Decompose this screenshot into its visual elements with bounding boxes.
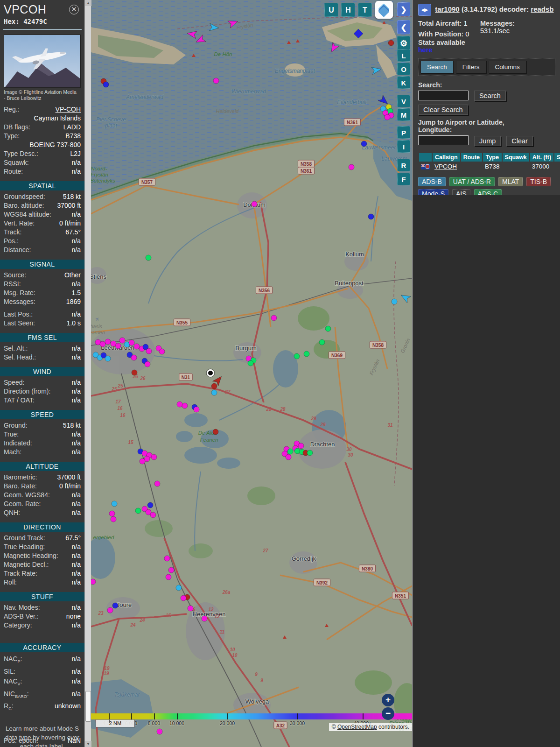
aircraft-marker[interactable] — [168, 567, 174, 573]
aircraft-marker[interactable] — [107, 607, 113, 613]
tar1090-link[interactable]: tar1090 — [435, 5, 460, 13]
map-button-l[interactable]: L — [397, 49, 410, 62]
scrollbar-thumb[interactable] — [85, 691, 91, 722]
aircraft-marker[interactable] — [129, 340, 134, 345]
callsign-link[interactable]: VPCOH — [433, 162, 460, 171]
column-header[interactable]: Squawk — [503, 153, 529, 162]
filter-badge-ads-b[interactable]: ADS-B — [418, 177, 446, 186]
aircraft-marker[interactable] — [202, 616, 207, 621]
layers-button[interactable] — [375, 1, 393, 19]
aircraft-marker[interactable] — [135, 508, 141, 514]
tab-columns[interactable]: Columns — [489, 61, 526, 73]
aircraft-marker[interactable] — [325, 326, 331, 331]
aircraft-marker[interactable] — [392, 299, 397, 304]
aircraft-marker[interactable] — [151, 454, 157, 460]
aircraft-marker[interactable] — [157, 729, 162, 734]
jump-input[interactable] — [418, 135, 469, 145]
map-button-f[interactable]: F — [397, 173, 410, 185]
jump-button[interactable]: Jump — [474, 136, 501, 146]
aircraft-marker[interactable] — [164, 556, 170, 561]
map-button-h[interactable]: H — [341, 3, 355, 17]
map-button-k[interactable]: K — [397, 76, 410, 89]
filter-badge-mlat[interactable]: MLAT — [498, 177, 523, 186]
aircraft-marker[interactable] — [134, 344, 140, 349]
aircraft-marker[interactable] — [131, 355, 137, 360]
aircraft-marker[interactable] — [146, 348, 152, 354]
aircraft-marker[interactable] — [115, 343, 121, 349]
stats-here-link[interactable]: here — [418, 46, 433, 54]
map-button-u[interactable]: U — [324, 3, 338, 17]
aircraft-marker[interactable] — [294, 353, 300, 359]
aircraft-marker[interactable] — [211, 390, 217, 395]
aircraft-marker[interactable] — [159, 349, 165, 354]
aircraft-marker[interactable] — [213, 78, 219, 84]
aircraft-marker[interactable] — [211, 383, 217, 389]
aircraft-marker[interactable] — [166, 574, 171, 580]
aircraft-marker[interactable] — [319, 339, 325, 345]
selected-aircraft-marker[interactable] — [208, 370, 214, 376]
aircraft-marker[interactable] — [105, 356, 111, 361]
map-button-m[interactable]: M — [397, 108, 410, 121]
aircraft-marker[interactable] — [177, 402, 182, 407]
column-header[interactable]: Spd. — [554, 153, 560, 162]
tab-search[interactable]: Search — [420, 61, 454, 73]
readsb-link[interactable]: readsb — [531, 5, 553, 13]
aircraft-marker[interactable] — [154, 481, 160, 486]
aircraft-marker[interactable] — [105, 339, 111, 345]
aircraft-marker[interactable] — [109, 511, 115, 516]
column-header[interactable]: Type — [483, 153, 502, 162]
aircraft-marker[interactable] — [349, 164, 354, 170]
map-button-r[interactable]: R — [397, 159, 410, 171]
aircraft-marker[interactable] — [213, 429, 218, 435]
jump-clear-button[interactable]: Clear — [506, 136, 533, 146]
settings-gear-button[interactable]: ⚙ — [397, 36, 410, 50]
column-header[interactable] — [419, 153, 432, 162]
aircraft-marker[interactable] — [147, 502, 153, 508]
map-button-o[interactable]: O — [397, 63, 410, 75]
aircraft-marker[interactable] — [112, 603, 118, 608]
aircraft-marker[interactable] — [248, 360, 253, 366]
aircraft-marker[interactable] — [132, 370, 137, 375]
aircraft-marker[interactable] — [304, 351, 309, 357]
map-button-p[interactable]: P — [397, 126, 410, 139]
aircraft-marker[interactable] — [307, 450, 313, 456]
aircraft-marker[interactable] — [146, 255, 151, 261]
search-input[interactable] — [418, 91, 469, 100]
aircraft-marker[interactable] — [188, 606, 193, 611]
aircraft-marker[interactable] — [388, 40, 394, 46]
aircraft-marker[interactable] — [91, 579, 96, 585]
aircraft-marker[interactable] — [271, 315, 277, 321]
map-canvas[interactable]: ✈ DokkumKollumBuitenpostStiensLeeuwarden… — [91, 0, 412, 747]
expand-panel-button[interactable]: ❯ — [397, 2, 410, 16]
aircraft-marker[interactable] — [182, 403, 188, 409]
column-header[interactable]: Callsign — [433, 153, 460, 162]
panel-nav-toggle-button[interactable]: ◀▶ — [418, 4, 431, 16]
search-button[interactable]: Search — [474, 91, 506, 101]
tab-filters[interactable]: Filters — [456, 61, 486, 73]
table-row[interactable]: VPCOHB73837000 — [419, 162, 560, 171]
zoom-in-button[interactable]: + — [382, 694, 394, 706]
map-button-t[interactable]: T — [358, 3, 372, 17]
aircraft-marker[interactable] — [194, 407, 199, 412]
aircraft-marker[interactable] — [150, 512, 156, 518]
aircraft-marker[interactable] — [100, 341, 105, 347]
aircraft-marker[interactable] — [298, 443, 304, 449]
aircraft-marker[interactable] — [385, 114, 390, 120]
scroll-up-icon[interactable]: ▲ — [85, 0, 91, 6]
collapse-panel-button[interactable]: ❮ — [397, 20, 410, 34]
aircraft-marker[interactable] — [112, 501, 117, 507]
close-icon[interactable]: ✕ — [69, 5, 79, 14]
aircraft-marker[interactable] — [361, 141, 367, 147]
column-header[interactable]: Alt. (ft) — [530, 153, 553, 162]
filter-badge-uat-ads-r[interactable]: UAT / ADS-R — [449, 177, 495, 186]
aircraft-marker[interactable] — [145, 361, 150, 367]
aircraft-marker[interactable] — [252, 201, 257, 207]
aircraft-marker[interactable] — [181, 595, 186, 601]
map-button-i[interactable]: I — [397, 140, 410, 153]
aircraft-marker[interactable] — [103, 82, 109, 87]
aircraft-marker[interactable] — [287, 449, 293, 454]
zoom-out-button[interactable]: − — [382, 707, 394, 720]
aircraft-marker[interactable] — [368, 214, 374, 219]
clear-search-button[interactable]: Clear Search — [418, 105, 468, 115]
aircraft-marker[interactable] — [176, 585, 182, 591]
